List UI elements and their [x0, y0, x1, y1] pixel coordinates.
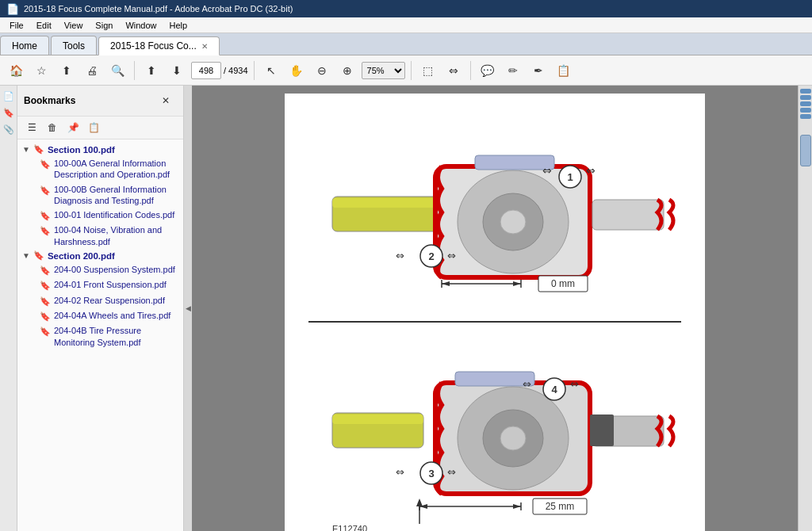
scroll-indicator-4 [800, 108, 811, 113]
pages-panel-button[interactable]: 📄 [2, 89, 16, 103]
menu-window[interactable]: Window [119, 19, 163, 32]
bookmark-icon-200: 🔖 [33, 250, 44, 261]
expand-icon-200: ▼ [22, 251, 30, 260]
expand-bookmark-button[interactable]: 📋 [84, 119, 103, 136]
menu-edit[interactable]: Edit [30, 19, 58, 32]
svg-text:⇔: ⇔ [396, 250, 404, 262]
highlight-button[interactable]: ✏ [502, 59, 524, 82]
svg-text:⇔: ⇔ [523, 378, 531, 390]
right-panel [798, 86, 812, 531]
bookmark-button[interactable]: ☆ [30, 59, 52, 82]
menu-help[interactable]: Help [163, 19, 194, 32]
zoom-select[interactable]: 50% 75% 100% 125% 150% 200% [362, 62, 405, 79]
scroll-indicator-1 [800, 89, 811, 94]
svg-text:2: 2 [428, 250, 434, 262]
menu-sign[interactable]: Sign [89, 19, 119, 32]
list-item-204-01[interactable]: 🔖 204-01 Front Suspension.pdf [17, 277, 183, 292]
svg-text:1: 1 [567, 171, 573, 183]
svg-text:⇔: ⇔ [447, 250, 456, 262]
list-item-204-00[interactable]: 🔖 204-00 Suspension System.pdf [17, 262, 183, 277]
bookmark-icon-100: 🔖 [33, 144, 44, 155]
bookmark-icon-204-00: 🔖 [40, 265, 51, 276]
tab-bar: Home Tools 2015-18 Focus Co... ✕ [0, 33, 812, 55]
tab-close-button[interactable]: ✕ [201, 42, 208, 51]
sidebar-section-200[interactable]: ▼ 🔖 Section 200.pdf [17, 249, 183, 262]
comment-button[interactable]: 💬 [477, 59, 499, 82]
toolbar-separator-4 [470, 61, 471, 80]
svg-text:⇔: ⇔ [570, 378, 579, 390]
svg-text:⇔: ⇔ [396, 466, 404, 478]
home-button[interactable]: 🏠 [5, 59, 27, 82]
toolbar-separator-2 [254, 61, 255, 80]
sidebar-toolbar: ☰ 🗑 📌 📋 [17, 117, 183, 139]
app-icon: 📄 [6, 3, 19, 15]
expand-icon-100: ▼ [22, 145, 30, 154]
print-button[interactable]: 🖨 [81, 59, 103, 82]
title-bar: 📄 2015-18 Focus Complete Manual.pdf - Ad… [0, 0, 812, 17]
page-number-input[interactable] [191, 62, 221, 79]
title-text: 2015-18 Focus Complete Manual.pdf - Adob… [24, 4, 293, 13]
list-item-100-00b[interactable]: 🔖 100-00B General Information Diagnosis … [17, 182, 183, 208]
sidebar: Bookmarks ✕ ☰ 🗑 📌 📋 ▼ 🔖 Section 100.pdf … [17, 86, 184, 531]
total-pages: 4934 [228, 66, 247, 75]
diagram-divider [308, 321, 681, 323]
bookmark-icon-204-01: 🔖 [40, 280, 51, 291]
sidebar-close-button[interactable]: ✕ [155, 90, 177, 112]
bookmark-icon-100-00b: 🔖 [40, 185, 51, 196]
toolbar: 🏠 ☆ ⬆ 🖨 🔍 ⬆ ⬇ / 4934 ↖ ✋ ⊖ ⊕ 50% 75% 100… [0, 55, 812, 86]
list-item-100-00a[interactable]: 🔖 100-00A General Information Descriptio… [17, 156, 183, 182]
draw-button[interactable]: ✒ [527, 59, 550, 82]
new-bookmark-button[interactable]: 📌 [63, 119, 82, 136]
svg-text:⇔: ⇔ [586, 164, 596, 177]
sidebar-collapse-handle[interactable]: ◀ [184, 86, 192, 531]
list-item-204-04b[interactable]: 🔖 204-04B Tire Pressure Monitoring Syste… [17, 323, 183, 350]
svg-text:3: 3 [428, 468, 434, 479]
scrollbar-thumb[interactable] [800, 135, 811, 166]
sidebar-header: Bookmarks ✕ [17, 86, 183, 117]
zoom-in-button[interactable]: ⊕ [336, 59, 358, 82]
list-item-204-02[interactable]: 🔖 204-02 Rear Suspension.pdf [17, 293, 183, 308]
list-item-100-01[interactable]: 🔖 100-01 Identification Codes.pdf [17, 208, 183, 223]
list-item-204-04a[interactable]: 🔖 204-04A Wheels and Tires.pdf [17, 308, 183, 323]
svg-rect-33 [590, 414, 614, 446]
svg-text:⇔: ⇔ [542, 164, 552, 177]
zoom-out-button[interactable]: ⊖ [311, 59, 333, 82]
tab-document[interactable]: 2015-18 Focus Co... ✕ [98, 36, 220, 55]
svg-text:E112740: E112740 [332, 524, 367, 531]
bookmarks-panel-button[interactable]: 🔖 [2, 105, 16, 120]
delete-bookmark-button[interactable]: 🗑 [43, 119, 62, 136]
svg-rect-7 [592, 200, 664, 230]
find-button[interactable]: 🔍 [106, 59, 128, 82]
bookmark-options-button[interactable]: ☰ [22, 119, 41, 136]
hand-tool-button[interactable]: ✋ [285, 59, 308, 82]
bookmark-icon-100-04: 🔖 [40, 225, 51, 236]
attachments-panel-button[interactable]: 📎 [2, 122, 16, 136]
sidebar-title: Bookmarks [24, 95, 75, 106]
select-tool-button[interactable]: ↖ [260, 59, 282, 82]
tab-home[interactable]: Home [0, 36, 49, 55]
svg-text:4: 4 [551, 384, 557, 395]
stamp-button[interactable]: 📋 [553, 59, 575, 82]
bookmark-icon-204-02: 🔖 [40, 296, 51, 307]
left-icon-panel: 📄 🔖 📎 [0, 86, 17, 531]
menu-view[interactable]: View [58, 19, 90, 32]
svg-text:⇔: ⇔ [447, 466, 456, 478]
prev-page-button[interactable]: ⬆ [140, 59, 163, 82]
scroll-indicator-3 [800, 101, 811, 106]
next-page-button[interactable]: ⬇ [166, 59, 188, 82]
content-area[interactable]: 1 ⇔ ⇔ 2 ⇔ ⇔ [192, 86, 798, 531]
fit-page-button[interactable]: ⬚ [417, 59, 439, 82]
attach-button[interactable]: ⬆ [56, 59, 78, 82]
toolbar-separator-1 [134, 61, 135, 80]
page-separator: / [224, 66, 226, 75]
menu-file[interactable]: File [3, 19, 30, 32]
scroll-indicator-2 [800, 95, 811, 100]
svg-text:25 mm: 25 mm [546, 501, 575, 512]
diagram-bottom-svg: 4 ⇔ ⇔ 3 ⇔ ⇔ 25 mm [308, 326, 681, 531]
bookmark-icon-204-04a: 🔖 [40, 311, 51, 322]
tab-tools[interactable]: Tools [51, 36, 97, 55]
diagram-top-svg: 1 ⇔ ⇔ 2 ⇔ ⇔ [308, 109, 681, 315]
sidebar-section-100[interactable]: ▼ 🔖 Section 100.pdf [17, 143, 183, 156]
list-item-100-04[interactable]: 🔖 100-04 Noise, Vibration and Harshness.… [17, 223, 183, 249]
fit-width-button[interactable]: ⇔ [442, 59, 465, 82]
